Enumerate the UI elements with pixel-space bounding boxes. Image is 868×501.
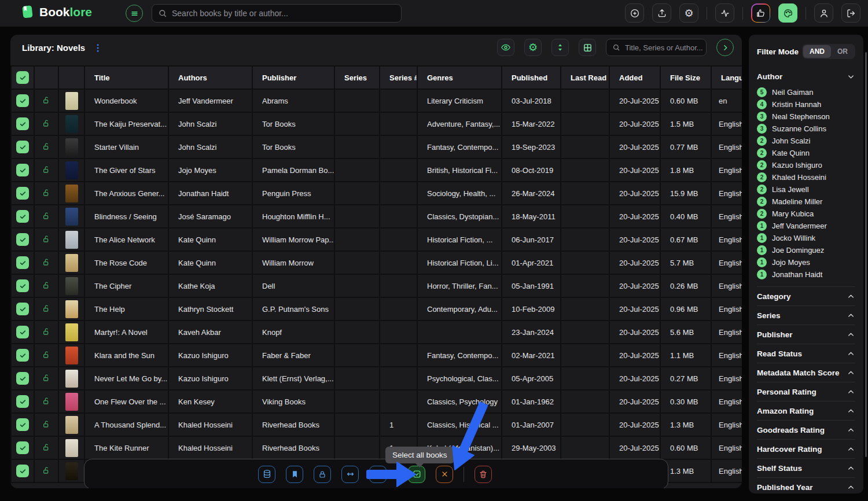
filter-section-header[interactable]: Published Year bbox=[757, 477, 855, 493]
filter-section-header[interactable]: Goodreads Rating bbox=[757, 420, 855, 439]
next-page-button[interactable] bbox=[716, 39, 734, 56]
table-row[interactable]: The Giver of Stars Jojo Moyes Pamela Dor… bbox=[11, 159, 742, 182]
unlock-icon[interactable] bbox=[42, 95, 51, 105]
delete-button[interactable] bbox=[475, 466, 492, 483]
book-cover[interactable] bbox=[65, 254, 78, 272]
library-search-input[interactable] bbox=[625, 43, 727, 52]
filter-section-header[interactable]: Series bbox=[757, 305, 855, 325]
unlock-icon[interactable] bbox=[42, 234, 51, 244]
book-cover[interactable] bbox=[65, 416, 78, 434]
row-checkbox[interactable] bbox=[16, 395, 29, 408]
author-filter-item[interactable]: 1 Jocko Willink bbox=[757, 233, 855, 243]
author-filter-item[interactable]: 2 Kazuo Ishiguro bbox=[757, 160, 855, 170]
author-filter-item[interactable]: 1 Joe Dominguez bbox=[757, 245, 855, 255]
author-filter-item[interactable]: 4 Kristin Hannah bbox=[757, 100, 855, 109]
author-filter-item[interactable]: 5 Neil Gaiman bbox=[757, 87, 855, 97]
row-checkbox[interactable] bbox=[16, 233, 29, 246]
filter-section-header[interactable]: Amazon Rating bbox=[757, 401, 855, 420]
unlock-icon[interactable] bbox=[42, 327, 51, 336]
table-row[interactable]: The Help Kathryn Stockett G.P. Putnam's … bbox=[11, 297, 742, 321]
table-row[interactable]: The Alice Network Kate Quinn William Mor… bbox=[11, 228, 742, 251]
row-checkbox[interactable] bbox=[16, 303, 29, 315]
author-filter-item[interactable]: 2 Mary Kubica bbox=[757, 209, 855, 219]
select-all-header[interactable] bbox=[11, 66, 34, 89]
row-checkbox[interactable] bbox=[16, 210, 29, 223]
sort-button[interactable] bbox=[551, 39, 569, 56]
brand[interactable]: Booklore bbox=[20, 5, 92, 20]
shelf-button[interactable] bbox=[286, 466, 303, 483]
author-filter-item[interactable]: 3 Neal Stephenson bbox=[757, 112, 855, 121]
row-checkbox[interactable] bbox=[16, 441, 29, 454]
filter-mode-or[interactable]: OR bbox=[831, 45, 854, 58]
book-cover[interactable] bbox=[65, 231, 78, 249]
page-scrollbar[interactable] bbox=[865, 52, 867, 457]
book-cover[interactable] bbox=[65, 462, 78, 480]
filter-section-header[interactable]: Hardcover Rating bbox=[757, 439, 855, 458]
filter-section-header[interactable]: Personal Rating bbox=[757, 382, 855, 401]
unlock-icon[interactable] bbox=[42, 443, 51, 452]
more-options-button[interactable] bbox=[369, 466, 387, 483]
book-cover[interactable] bbox=[65, 439, 78, 457]
row-checkbox[interactable] bbox=[16, 187, 29, 200]
feedback-button[interactable] bbox=[751, 3, 770, 23]
filter-section-header[interactable]: Read Status bbox=[757, 344, 855, 363]
filter-section-header[interactable]: Category bbox=[757, 286, 855, 305]
author-filter-item[interactable]: 2 Khaled Hosseini bbox=[757, 172, 855, 182]
table-row[interactable]: Never Let Me Go by... Kazuo Ishiguro Kle… bbox=[11, 367, 742, 390]
row-checkbox[interactable] bbox=[16, 465, 29, 477]
upload-button[interactable] bbox=[652, 3, 671, 23]
lock-button[interactable] bbox=[314, 466, 331, 483]
unlock-icon[interactable] bbox=[42, 466, 51, 475]
table-row[interactable]: The Anxious Gener... Jonathan Haidt Peng… bbox=[11, 182, 742, 205]
filter-mode-and[interactable]: AND bbox=[803, 45, 831, 58]
visibility-button[interactable] bbox=[497, 39, 514, 56]
add-book-button[interactable] bbox=[625, 3, 644, 23]
row-checkbox[interactable] bbox=[16, 372, 29, 385]
unlock-icon[interactable] bbox=[42, 396, 51, 406]
select-all-button[interactable] bbox=[408, 466, 425, 483]
table-row[interactable]: Martyr!: A Novel Kaveh Akbar Knopf 23-Ja… bbox=[11, 321, 742, 344]
theme-button[interactable] bbox=[778, 3, 797, 23]
author-section-header[interactable]: Author bbox=[757, 68, 855, 85]
resize-columns-button[interactable] bbox=[341, 466, 359, 483]
book-cover[interactable] bbox=[65, 161, 78, 179]
author-filter-item[interactable]: 1 Jonathan Haidt bbox=[757, 270, 855, 279]
author-filter-item[interactable]: 3 Suzanne Collins bbox=[757, 124, 855, 134]
table-row[interactable]: Wonderbook Jeff Vandermeer Abrams Litera… bbox=[11, 89, 742, 112]
unlock-icon[interactable] bbox=[42, 257, 51, 267]
column-header-authors[interactable]: Authors bbox=[168, 66, 252, 89]
unlock-icon[interactable] bbox=[42, 211, 51, 220]
library-menu-button[interactable]: ⋮ bbox=[93, 42, 102, 53]
filter-section-header[interactable]: Shelf Status bbox=[757, 458, 855, 477]
row-checkbox[interactable] bbox=[16, 349, 29, 362]
book-cover[interactable] bbox=[65, 347, 78, 364]
account-button[interactable] bbox=[814, 3, 833, 23]
unlock-icon[interactable] bbox=[42, 281, 51, 290]
menu-button[interactable] bbox=[126, 5, 143, 22]
book-cover[interactable] bbox=[65, 208, 78, 226]
row-checkbox[interactable] bbox=[16, 256, 29, 269]
table-view-button[interactable] bbox=[579, 39, 596, 56]
table-row[interactable]: The Rose Code Kate Quinn William Morrow … bbox=[11, 251, 742, 274]
table-row[interactable]: The Kite Runner Khaled Hosseini Riverhea… bbox=[11, 436, 742, 459]
edit-metadata-button[interactable] bbox=[258, 466, 275, 483]
author-filter-item[interactable]: 1 Jojo Moyes bbox=[757, 257, 855, 267]
row-checkbox[interactable] bbox=[16, 418, 29, 431]
author-filter-item[interactable]: 2 Madeline Miller bbox=[757, 197, 855, 207]
table-row[interactable]: The Kaiju Preservat... John Scalzi Tor B… bbox=[11, 112, 742, 135]
header-checkbox[interactable] bbox=[16, 71, 29, 84]
book-cover[interactable] bbox=[65, 277, 78, 295]
column-header-series[interactable]: Series bbox=[334, 66, 380, 89]
unlock-icon[interactable] bbox=[42, 142, 51, 151]
row-checkbox[interactable] bbox=[16, 117, 29, 130]
author-filter-item[interactable]: 2 Lisa Jewell bbox=[757, 185, 855, 194]
unlock-icon[interactable] bbox=[42, 304, 51, 313]
deselect-all-button[interactable] bbox=[436, 466, 453, 483]
column-header-genres[interactable]: Genres bbox=[417, 66, 502, 89]
unlock-icon[interactable] bbox=[42, 188, 51, 197]
unlock-icon[interactable] bbox=[42, 119, 51, 128]
author-filter-item[interactable]: 2 John Scalzi bbox=[757, 136, 855, 146]
unlock-icon[interactable] bbox=[42, 373, 51, 382]
column-header-series-no[interactable]: Series # bbox=[380, 66, 417, 89]
global-search-input[interactable] bbox=[172, 9, 395, 18]
